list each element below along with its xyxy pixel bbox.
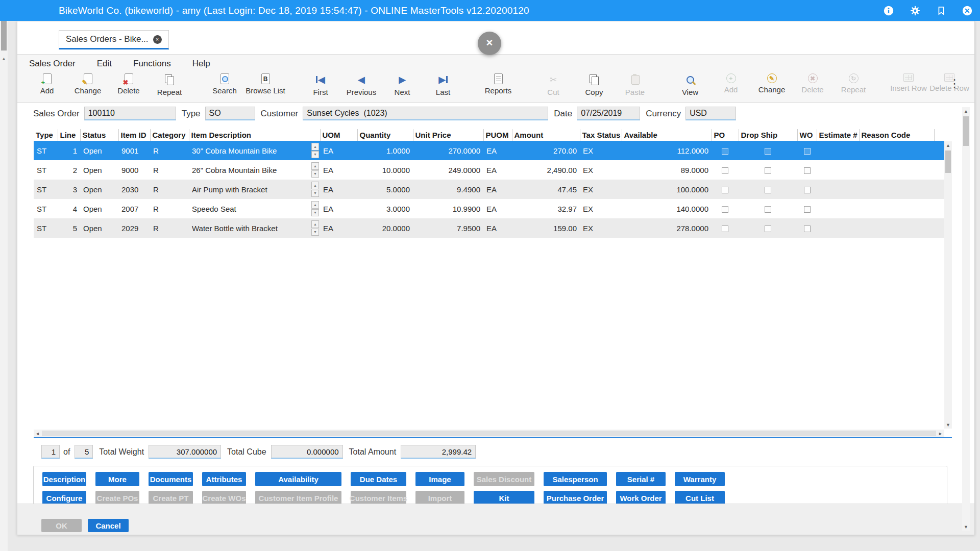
page-left-scrollbar[interactable]: ▲ xyxy=(0,21,8,551)
grid-scroll-left-icon[interactable]: ◄ xyxy=(34,430,41,437)
table-row-5[interactable]: ST5Open2029RWater Bottle with BracketEA2… xyxy=(34,218,944,238)
column-header-po[interactable]: PO xyxy=(712,129,739,141)
grid-horizontal-scrollbar[interactable]: ◄ ► xyxy=(34,430,944,437)
column-header-available[interactable]: Available xyxy=(622,129,712,141)
po-checkbox[interactable] xyxy=(722,206,728,213)
date-input[interactable] xyxy=(577,107,640,120)
drop_ship-checkbox[interactable] xyxy=(765,187,771,193)
toolbar-search[interactable]: Search xyxy=(210,73,239,95)
button-cut-list[interactable]: Cut List xyxy=(675,491,725,505)
tab-sales-orders[interactable]: Sales Orders - Bike... xyxy=(59,30,169,49)
column-header-type[interactable]: Type xyxy=(34,129,58,141)
total-amount-field[interactable] xyxy=(401,445,476,459)
column-header-amount[interactable]: Amount xyxy=(512,129,580,141)
toolbar-previous[interactable]: ◀Previous xyxy=(347,73,376,96)
po-checkbox[interactable] xyxy=(722,226,728,232)
bookmark-icon[interactable] xyxy=(936,5,946,16)
window-vertical-scrollbar[interactable]: ▲ ▼ xyxy=(962,107,970,531)
total-weight-field[interactable] xyxy=(149,445,221,459)
button-work-order[interactable]: Work Order xyxy=(616,491,666,505)
button-image[interactable]: Image xyxy=(415,472,464,486)
currency-input[interactable] xyxy=(685,107,736,120)
line-count-field[interactable] xyxy=(75,445,93,459)
drop_ship-checkbox[interactable] xyxy=(765,206,771,213)
table-row-3[interactable]: ST3Open2030RAir Pump with BracketEA5.000… xyxy=(34,180,944,199)
toolbar-copy[interactable]: Copy xyxy=(580,73,608,96)
drop_ship-checkbox[interactable] xyxy=(765,167,771,174)
drop_ship-checkbox[interactable] xyxy=(765,226,771,232)
button-purchase-order[interactable]: Purchase Order xyxy=(544,491,607,505)
grid-vertical-scrollbar[interactable]: ▲ ▼ xyxy=(944,141,952,429)
column-header-uom[interactable]: UOM xyxy=(320,129,357,141)
settings-gear-icon[interactable] xyxy=(910,5,921,16)
column-header-line[interactable]: Line xyxy=(58,129,80,141)
wo-checkbox[interactable] xyxy=(804,148,811,155)
spinner-down-icon[interactable] xyxy=(311,209,319,217)
grid-scroll-right-icon[interactable]: ► xyxy=(937,430,944,437)
button-configure[interactable]: Configure xyxy=(42,491,86,505)
column-header-estimate[interactable]: Estimate # xyxy=(817,129,859,141)
toolbar-browse-list[interactable]: BBrowse List xyxy=(251,73,280,95)
table-row-4[interactable]: ST4Open2007RSpeedo SeatEA3.000010.9900EA… xyxy=(34,199,944,218)
wo-checkbox[interactable] xyxy=(804,187,811,193)
left-scrollbar-up-arrow-icon[interactable]: ▲ xyxy=(0,55,8,63)
menu-sales-order[interactable]: Sales Order xyxy=(18,59,86,69)
spinner-up-icon[interactable] xyxy=(311,143,319,151)
column-header-item-description[interactable]: Item Description xyxy=(189,129,320,141)
spinner-down-icon[interactable] xyxy=(311,229,319,236)
toolbar-last[interactable]: ▶Last xyxy=(429,73,457,96)
column-header-drop-ship[interactable]: Drop Ship xyxy=(739,129,797,141)
menu-functions[interactable]: Functions xyxy=(122,59,182,69)
spinner-up-icon[interactable] xyxy=(311,162,319,170)
toolbar-delete[interactable]: ✖Delete xyxy=(114,73,143,95)
po-checkbox[interactable] xyxy=(722,148,728,155)
column-header-reason-code[interactable]: Reason Code xyxy=(859,129,934,141)
toolbar-overflow-kebab-icon[interactable] xyxy=(949,77,960,90)
toolbar-add[interactable]: +Add xyxy=(33,73,61,95)
toolbar-change[interactable]: ✎Change xyxy=(74,73,102,95)
spinner-up-icon[interactable] xyxy=(311,201,319,209)
button-due-dates[interactable]: Due Dates xyxy=(351,472,406,486)
button-availability[interactable]: Availability xyxy=(255,472,341,486)
column-header-puom[interactable]: PUOM xyxy=(483,129,512,141)
toolbar-reports[interactable]: Reports xyxy=(484,73,512,95)
toolbar-view[interactable]: View xyxy=(676,73,704,96)
column-header-quantity[interactable]: Quantity xyxy=(357,129,413,141)
toolbar-change[interactable]: ✎Change xyxy=(757,73,786,94)
column-header-unit-price[interactable]: Unit Price xyxy=(413,129,483,141)
button-kit[interactable]: Kit xyxy=(474,491,534,505)
button-warranty[interactable]: Warranty xyxy=(675,472,725,486)
table-row-1[interactable]: ST1Open9001R30" Cobra Mountain BikeEA1.0… xyxy=(34,141,944,160)
grid-vscroll-thumb[interactable] xyxy=(945,151,951,173)
left-scrollbar-thumb[interactable] xyxy=(1,21,7,51)
wo-checkbox[interactable] xyxy=(804,226,811,232)
spinner-down-icon[interactable] xyxy=(311,190,319,197)
spinner-up-icon[interactable] xyxy=(311,182,319,189)
total-cube-field[interactable] xyxy=(271,445,343,459)
button-attributes[interactable]: Attributes xyxy=(202,472,246,486)
toolbar-first[interactable]: ◀First xyxy=(306,73,335,96)
button-serial[interactable]: Serial # xyxy=(616,472,666,486)
spinner-up-icon[interactable] xyxy=(311,220,319,228)
button-more[interactable]: More xyxy=(95,472,139,486)
wo-checkbox[interactable] xyxy=(804,206,811,213)
sales-order-input[interactable] xyxy=(84,107,176,120)
window-scroll-down-icon[interactable]: ▼ xyxy=(962,523,970,531)
tab-close-icon[interactable] xyxy=(153,35,162,44)
toolbar-next[interactable]: ▶Next xyxy=(388,73,416,96)
column-header-wo[interactable]: WO xyxy=(797,129,817,141)
floating-close-button[interactable] xyxy=(478,32,501,55)
column-header-item-id[interactable]: Item ID xyxy=(118,129,150,141)
spinner-down-icon[interactable] xyxy=(311,151,319,159)
spinner-down-icon[interactable] xyxy=(311,170,319,178)
drop_ship-checkbox[interactable] xyxy=(765,148,771,155)
customer-input[interactable] xyxy=(303,107,548,120)
grid-scroll-up-icon[interactable]: ▲ xyxy=(944,141,952,149)
window-scroll-up-icon[interactable]: ▲ xyxy=(962,107,970,115)
column-header-tax-status[interactable]: Tax Status xyxy=(580,129,622,141)
menu-help[interactable]: Help xyxy=(182,59,221,69)
button-documents[interactable]: Documents xyxy=(149,472,193,486)
close-window-icon[interactable] xyxy=(962,5,973,16)
toolbar-repeat[interactable]: Repeat xyxy=(155,73,184,96)
column-header-status[interactable]: Status xyxy=(80,129,118,141)
